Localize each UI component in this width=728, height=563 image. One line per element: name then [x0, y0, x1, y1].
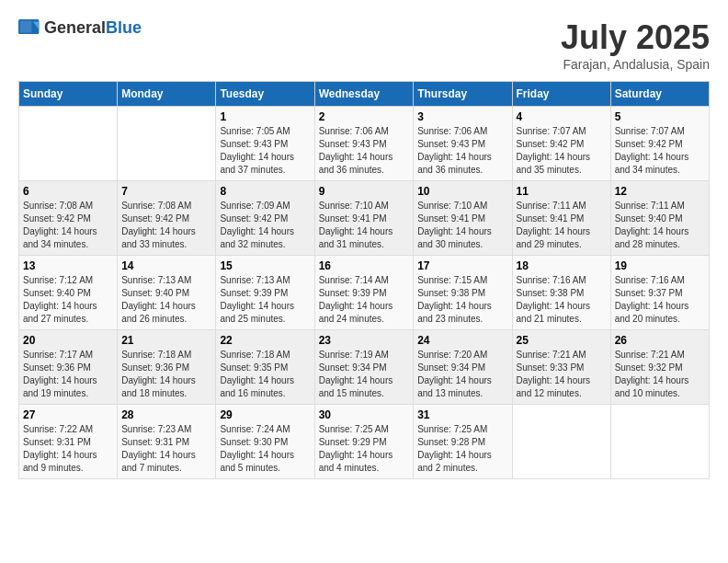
calendar-cell: 3Sunrise: 7:06 AMSunset: 9:43 PMDaylight…: [414, 107, 512, 181]
calendar-cell: 23Sunrise: 7:19 AMSunset: 9:34 PMDayligh…: [314, 330, 414, 405]
day-detail: Sunrise: 7:16 AMSunset: 9:37 PMDaylight:…: [615, 274, 705, 326]
calendar-cell: 17Sunrise: 7:15 AMSunset: 9:38 PMDayligh…: [414, 256, 512, 330]
calendar-cell: [512, 405, 610, 479]
day-detail: Sunrise: 7:19 AMSunset: 9:34 PMDaylight:…: [319, 349, 410, 400]
day-detail: Sunrise: 7:21 AMSunset: 9:33 PMDaylight:…: [517, 349, 607, 400]
subtitle: Farajan, Andalusia, Spain: [561, 57, 710, 72]
day-number: 21: [121, 334, 211, 347]
calendar-table: SundayMondayTuesdayWednesdayThursdayFrid…: [18, 81, 710, 479]
day-detail: Sunrise: 7:11 AMSunset: 9:41 PMDaylight:…: [517, 200, 607, 251]
weekday-header-sunday: Sunday: [19, 82, 118, 107]
day-detail: Sunrise: 7:08 AMSunset: 9:42 PMDaylight:…: [121, 200, 211, 251]
day-number: 8: [220, 185, 310, 198]
calendar-cell: [610, 405, 709, 479]
day-number: 28: [121, 408, 211, 421]
weekday-header-wednesday: Wednesday: [314, 82, 414, 107]
main-title: July 2025: [561, 18, 710, 57]
weekday-header-friday: Friday: [512, 82, 610, 107]
day-detail: Sunrise: 7:18 AMSunset: 9:36 PMDaylight:…: [121, 349, 211, 400]
calendar-cell: 15Sunrise: 7:13 AMSunset: 9:39 PMDayligh…: [216, 256, 314, 330]
day-detail: Sunrise: 7:24 AMSunset: 9:30 PMDaylight:…: [220, 423, 310, 475]
day-detail: Sunrise: 7:16 AMSunset: 9:38 PMDaylight:…: [517, 274, 607, 326]
weekday-header-row: SundayMondayTuesdayWednesdayThursdayFrid…: [19, 82, 710, 107]
calendar-cell: 2Sunrise: 7:06 AMSunset: 9:43 PMDaylight…: [314, 107, 414, 181]
calendar-week-row: 13Sunrise: 7:12 AMSunset: 9:40 PMDayligh…: [19, 256, 710, 330]
day-detail: Sunrise: 7:13 AMSunset: 9:39 PMDaylight:…: [220, 274, 310, 326]
calendar-cell: 21Sunrise: 7:18 AMSunset: 9:36 PMDayligh…: [118, 330, 216, 405]
day-detail: Sunrise: 7:18 AMSunset: 9:35 PMDaylight:…: [220, 349, 310, 400]
calendar-cell: 8Sunrise: 7:09 AMSunset: 9:42 PMDaylight…: [216, 181, 314, 256]
day-detail: Sunrise: 7:08 AMSunset: 9:42 PMDaylight:…: [23, 200, 113, 251]
day-number: 17: [417, 259, 507, 272]
day-detail: Sunrise: 7:25 AMSunset: 9:29 PMDaylight:…: [319, 423, 410, 475]
logo-general: General: [44, 18, 106, 37]
day-detail: Sunrise: 7:21 AMSunset: 9:32 PMDaylight:…: [615, 349, 705, 400]
day-detail: Sunrise: 7:06 AMSunset: 9:43 PMDaylight:…: [319, 125, 410, 177]
calendar-cell: 29Sunrise: 7:24 AMSunset: 9:30 PMDayligh…: [216, 405, 314, 479]
day-detail: Sunrise: 7:06 AMSunset: 9:43 PMDaylight:…: [417, 125, 507, 177]
logo-text: GeneralBlue: [44, 18, 142, 38]
calendar-week-row: 1Sunrise: 7:05 AMSunset: 9:43 PMDaylight…: [19, 107, 710, 181]
day-number: 7: [121, 185, 211, 198]
calendar-cell: 27Sunrise: 7:22 AMSunset: 9:31 PMDayligh…: [19, 405, 118, 479]
day-number: 2: [319, 110, 410, 123]
calendar-cell: 25Sunrise: 7:21 AMSunset: 9:33 PMDayligh…: [512, 330, 610, 405]
weekday-header-tuesday: Tuesday: [216, 82, 314, 107]
logo-blue: Blue: [106, 18, 142, 37]
day-number: 29: [220, 408, 310, 421]
calendar-cell: 11Sunrise: 7:11 AMSunset: 9:41 PMDayligh…: [512, 181, 610, 256]
day-detail: Sunrise: 7:10 AMSunset: 9:41 PMDaylight:…: [319, 200, 410, 251]
calendar-cell: 13Sunrise: 7:12 AMSunset: 9:40 PMDayligh…: [19, 256, 118, 330]
day-number: 13: [23, 259, 113, 272]
day-number: 12: [615, 185, 705, 198]
day-detail: Sunrise: 7:23 AMSunset: 9:31 PMDaylight:…: [121, 423, 211, 475]
day-detail: Sunrise: 7:05 AMSunset: 9:43 PMDaylight:…: [220, 125, 310, 177]
calendar-cell: 20Sunrise: 7:17 AMSunset: 9:36 PMDayligh…: [19, 330, 118, 405]
day-number: 4: [517, 110, 607, 123]
calendar-cell: 31Sunrise: 7:25 AMSunset: 9:28 PMDayligh…: [414, 405, 512, 479]
page-header: GeneralBlue July 2025 Farajan, Andalusia…: [18, 18, 710, 72]
calendar-cell: 19Sunrise: 7:16 AMSunset: 9:37 PMDayligh…: [610, 256, 709, 330]
day-number: 30: [319, 408, 410, 421]
calendar-cell: 9Sunrise: 7:10 AMSunset: 9:41 PMDaylight…: [314, 181, 414, 256]
calendar-cell: 5Sunrise: 7:07 AMSunset: 9:42 PMDaylight…: [610, 107, 709, 181]
day-detail: Sunrise: 7:12 AMSunset: 9:40 PMDaylight:…: [23, 274, 113, 326]
calendar-cell: 24Sunrise: 7:20 AMSunset: 9:34 PMDayligh…: [414, 330, 512, 405]
calendar-cell: 12Sunrise: 7:11 AMSunset: 9:40 PMDayligh…: [610, 181, 709, 256]
day-detail: Sunrise: 7:11 AMSunset: 9:40 PMDaylight:…: [615, 200, 705, 251]
calendar-cell: 26Sunrise: 7:21 AMSunset: 9:32 PMDayligh…: [610, 330, 709, 405]
day-number: 10: [417, 185, 507, 198]
day-number: 9: [319, 185, 410, 198]
logo-icon: [18, 19, 40, 38]
calendar-week-row: 20Sunrise: 7:17 AMSunset: 9:36 PMDayligh…: [19, 330, 710, 405]
day-number: 20: [23, 334, 113, 347]
calendar-cell: 7Sunrise: 7:08 AMSunset: 9:42 PMDaylight…: [118, 181, 216, 256]
calendar-cell: 30Sunrise: 7:25 AMSunset: 9:29 PMDayligh…: [314, 405, 414, 479]
day-detail: Sunrise: 7:09 AMSunset: 9:42 PMDaylight:…: [220, 200, 310, 251]
calendar-cell: 16Sunrise: 7:14 AMSunset: 9:39 PMDayligh…: [314, 256, 414, 330]
day-number: 27: [23, 408, 113, 421]
day-detail: Sunrise: 7:25 AMSunset: 9:28 PMDaylight:…: [417, 423, 507, 475]
calendar-cell: 1Sunrise: 7:05 AMSunset: 9:43 PMDaylight…: [216, 107, 314, 181]
calendar-cell: 28Sunrise: 7:23 AMSunset: 9:31 PMDayligh…: [118, 405, 216, 479]
weekday-header-saturday: Saturday: [610, 82, 709, 107]
calendar-cell: 14Sunrise: 7:13 AMSunset: 9:40 PMDayligh…: [118, 256, 216, 330]
weekday-header-thursday: Thursday: [414, 82, 512, 107]
day-number: 14: [121, 259, 211, 272]
day-detail: Sunrise: 7:22 AMSunset: 9:31 PMDaylight:…: [23, 423, 113, 475]
day-detail: Sunrise: 7:07 AMSunset: 9:42 PMDaylight:…: [615, 125, 705, 177]
day-number: 25: [517, 334, 607, 347]
calendar-cell: [118, 107, 216, 181]
day-number: 3: [417, 110, 507, 123]
day-number: 6: [23, 185, 113, 198]
day-detail: Sunrise: 7:10 AMSunset: 9:41 PMDaylight:…: [417, 200, 507, 251]
day-number: 19: [615, 259, 705, 272]
logo: GeneralBlue: [18, 18, 142, 38]
day-number: 5: [615, 110, 705, 123]
day-number: 23: [319, 334, 410, 347]
day-number: 22: [220, 334, 310, 347]
day-detail: Sunrise: 7:17 AMSunset: 9:36 PMDaylight:…: [23, 349, 113, 400]
day-number: 31: [417, 408, 507, 421]
day-number: 26: [615, 334, 705, 347]
calendar-week-row: 6Sunrise: 7:08 AMSunset: 9:42 PMDaylight…: [19, 181, 710, 256]
